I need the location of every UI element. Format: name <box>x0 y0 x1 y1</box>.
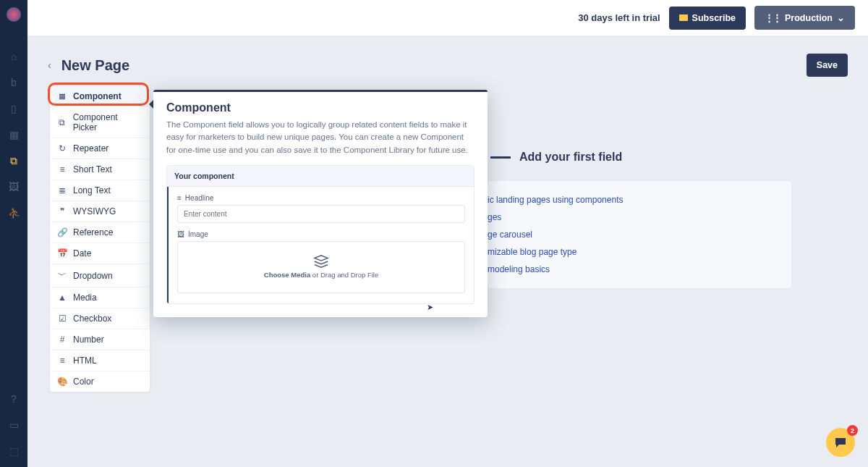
page-icon[interactable]: ▯ <box>8 103 20 114</box>
grip-icon: ⋮⋮ <box>765 12 780 23</box>
heading-dash-icon <box>490 156 511 159</box>
components-icon[interactable]: ⧉ <box>8 155 20 167</box>
subscribe-label: Subscribe <box>692 13 736 23</box>
field-type-component-picker[interactable]: ⧉Component Picker <box>50 107 150 138</box>
environment-button[interactable]: ⋮⋮ Production ⌄ <box>754 6 855 30</box>
field-type-icon: ☑ <box>57 314 67 324</box>
help-links: ic landing pages using componentsgesge c… <box>488 181 791 288</box>
field-type-label: Short Text <box>73 164 112 174</box>
field-type-checkbox[interactable]: ☑Checkbox <box>50 308 150 329</box>
field-type-icon: # <box>57 335 67 345</box>
field-type-icon: ≣ <box>57 185 67 195</box>
field-type-label: Long Text <box>73 185 111 195</box>
preview-media-drop[interactable]: Choose Media or Drag and Drop File <box>177 241 465 293</box>
field-type-wysiwyg[interactable]: ❞WYSIWYG <box>50 201 150 222</box>
field-type-html[interactable]: ≡HTML <box>50 350 150 371</box>
field-type-date[interactable]: 📅Date <box>50 243 150 264</box>
chevron-down-icon: ⌄ <box>837 12 845 23</box>
field-type-panel: ≣Component⧉Component Picker↻Repeater≡Sho… <box>49 85 150 392</box>
field-type-icon: ﹀ <box>57 269 67 282</box>
topbar: 30 days left in trial Subscribe ⋮⋮ Produ… <box>27 0 868 36</box>
field-type-color[interactable]: 🎨Color <box>50 371 150 392</box>
field-type-label: WYSIWYG <box>73 206 116 216</box>
grid-icon[interactable]: ▦ <box>8 129 20 140</box>
help-link[interactable]: modeling basics <box>488 261 791 278</box>
left-nav: ⌂ b ▯ ▦ ⧉ 🖼 ⛹ ? ▭ ⬚ <box>0 0 27 467</box>
image-icon: 🖼 <box>177 230 184 238</box>
app-logo-icon[interactable] <box>7 7 21 22</box>
save-label: Save <box>817 60 838 70</box>
field-type-media[interactable]: ▲Media <box>50 287 150 308</box>
field-type-label: Color <box>73 376 94 387</box>
chat-badge: 2 <box>847 425 858 436</box>
blog-icon[interactable]: b <box>8 77 20 88</box>
environment-label: Production <box>785 13 833 23</box>
docs-icon[interactable]: ▭ <box>8 419 20 431</box>
tooltip-preview: Your component ≡ Headline 🖼 Image <box>166 165 475 304</box>
field-type-label: Checkbox <box>73 314 111 324</box>
field-type-label: Component <box>73 91 122 101</box>
page-title: New Page <box>61 57 129 74</box>
field-type-icon: 🎨 <box>57 376 67 387</box>
preview-title: Your component <box>167 166 474 187</box>
home-icon[interactable]: ⌂ <box>8 51 20 62</box>
users-icon[interactable]: ⛹ <box>8 207 20 219</box>
field-type-reference[interactable]: 🔗Reference <box>50 222 150 243</box>
add-field-heading: Add your first field <box>519 151 622 164</box>
field-type-icon: ▲ <box>57 293 67 303</box>
help-link[interactable]: ges <box>488 209 791 226</box>
field-type-label: Media <box>73 293 97 303</box>
field-type-long-text[interactable]: ≣Long Text <box>50 180 150 201</box>
chat-launcher[interactable]: 2 <box>826 428 855 457</box>
field-type-icon: ⧉ <box>57 117 67 127</box>
settings-icon[interactable]: ⬚ <box>8 445 20 457</box>
trial-remaining: 30 days left in trial <box>578 12 660 23</box>
field-type-label: Component Picker <box>73 112 142 132</box>
field-type-number[interactable]: #Number <box>50 329 150 350</box>
tooltip-description: The Component field allows you to logica… <box>166 119 475 156</box>
field-type-icon: 📅 <box>57 248 67 258</box>
field-type-icon: ≣ <box>57 91 67 101</box>
field-type-label: Number <box>73 335 104 345</box>
field-type-icon: 🔗 <box>57 227 67 237</box>
field-type-short-text[interactable]: ≡Short Text <box>50 159 150 180</box>
preview-headline-input[interactable] <box>177 205 465 223</box>
subscribe-button[interactable]: Subscribe <box>669 7 746 30</box>
field-type-label: HTML <box>73 355 97 366</box>
field-type-icon: ↻ <box>57 143 67 153</box>
field-type-label: Reference <box>73 227 113 237</box>
field-type-label: Repeater <box>73 143 109 153</box>
text-icon: ≡ <box>177 194 182 202</box>
chat-icon <box>834 437 847 448</box>
tooltip-title: Component <box>166 101 475 114</box>
preview-image-label: 🖼 Image <box>177 230 465 238</box>
preview-headline-label: ≡ Headline <box>177 194 465 202</box>
help-link[interactable]: ge carousel <box>488 226 791 243</box>
field-type-icon: ❞ <box>57 206 67 216</box>
field-type-label: Dropdown <box>73 271 113 281</box>
field-type-repeater[interactable]: ↻Repeater <box>50 138 150 159</box>
field-type-component[interactable]: ≣Component <box>50 86 150 107</box>
field-type-icon: ≡ <box>57 355 67 366</box>
field-type-label: Date <box>73 248 91 258</box>
field-type-dropdown[interactable]: ﹀Dropdown <box>50 264 150 287</box>
back-button[interactable]: ‹ <box>48 59 51 71</box>
media-icon[interactable]: 🖼 <box>8 181 20 193</box>
help-link[interactable]: ic landing pages using components <box>488 191 791 209</box>
help-link[interactable]: mizable blog page type <box>488 243 791 261</box>
save-button[interactable]: Save <box>807 54 848 77</box>
credit-card-icon <box>679 14 688 21</box>
component-tooltip: Component The Component field allows you… <box>153 90 488 317</box>
page-header: ‹ New Page Save <box>27 36 868 85</box>
field-type-icon: ≡ <box>57 164 67 174</box>
cursor-icon: ➤ <box>427 303 433 312</box>
help-icon[interactable]: ? <box>8 393 20 405</box>
